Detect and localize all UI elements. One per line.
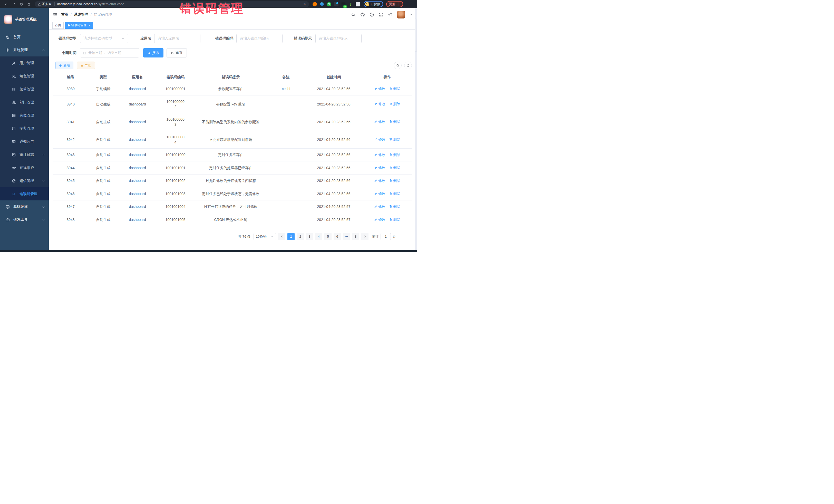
- sidebar-item-user-management[interactable]: 用户管理: [0, 57, 49, 69]
- delete-link[interactable]: 删除: [389, 152, 400, 157]
- edit-link[interactable]: 修改: [374, 165, 386, 170]
- goto-page-input[interactable]: 1: [380, 233, 391, 240]
- extensions-row: Von⚷: [312, 2, 360, 6]
- browser-menu-icon[interactable]: ⋮⋮: [397, 1, 400, 7]
- sidebar-item-audit-log[interactable]: 审计日志: [0, 148, 49, 161]
- sidebar-item-post-management[interactable]: 岗位管理: [0, 109, 49, 122]
- page-button-3[interactable]: 3: [306, 233, 313, 240]
- prev-page-button[interactable]: [278, 233, 285, 240]
- v-icon[interactable]: V: [327, 2, 331, 6]
- user-avatar[interactable]: [397, 11, 405, 19]
- edit-link[interactable]: 修改: [374, 119, 386, 124]
- edit-link[interactable]: 修改: [374, 217, 386, 222]
- delete-link[interactable]: 删除: [389, 119, 400, 124]
- address-bar[interactable]: 不安全 dashboard.yudao.iocoder.cn/system/er…: [35, 1, 309, 7]
- column-header: 错误码编码: [156, 72, 195, 82]
- page-button-4[interactable]: 4: [315, 233, 322, 240]
- sidebar-item-notice[interactable]: 通知公告: [0, 135, 49, 148]
- export-button[interactable]: 导出: [77, 62, 95, 69]
- github-icon[interactable]: [360, 12, 365, 17]
- delete-link[interactable]: 删除: [389, 165, 400, 170]
- help-icon[interactable]: [370, 12, 374, 17]
- edit-link[interactable]: 修改: [374, 152, 386, 157]
- page-button-5[interactable]: 5: [324, 233, 332, 240]
- page-button-8[interactable]: 8: [352, 233, 359, 240]
- browser-forward-icon[interactable]: [12, 2, 16, 6]
- edit-link[interactable]: 修改: [374, 86, 386, 91]
- trash-icon: [389, 137, 392, 141]
- sidebar-item-menu-management[interactable]: 菜单管理: [0, 83, 49, 96]
- scrollbar-thumb[interactable]: [415, 19, 417, 52]
- sidebar-item-infrastructure[interactable]: 基础设施: [0, 200, 49, 213]
- sidebar-item-system-management[interactable]: 系统管理: [0, 44, 49, 57]
- browser-reload-icon[interactable]: [20, 2, 23, 6]
- create-time-range-picker[interactable]: 开始日期 - 结束日期: [80, 48, 139, 58]
- sidebar-item-role-management[interactable]: 角色管理: [0, 69, 49, 83]
- page-scrollbar[interactable]: [415, 8, 417, 250]
- bookmark-star-icon[interactable]: ☆: [303, 2, 306, 6]
- breadcrumb-system[interactable]: 系统管理: [74, 12, 88, 17]
- cell-app: dashboard: [119, 131, 156, 148]
- browser-update-button[interactable]: 更新 ⋮⋮: [386, 1, 403, 7]
- cell-remark: [267, 113, 305, 131]
- app-logo-row[interactable]: 芋道管理系统: [0, 8, 49, 31]
- sidebar-item-dept-management[interactable]: 部门管理: [0, 96, 49, 109]
- edit-link[interactable]: 修改: [374, 191, 386, 196]
- browser-home-icon[interactable]: [27, 2, 31, 6]
- pager-ellipsis[interactable]: •••: [343, 233, 350, 240]
- page-button-2[interactable]: 2: [297, 233, 304, 240]
- error-type-select[interactable]: 请选择错误码类型: [80, 34, 128, 43]
- refresh-table-button[interactable]: [404, 62, 412, 69]
- sidebar-item-sms-management[interactable]: 短信管理: [0, 174, 49, 187]
- grid-icon[interactable]: [334, 2, 338, 6]
- gem-icon[interactable]: [320, 2, 324, 6]
- avatar-caret-down-icon[interactable]: [410, 13, 413, 16]
- security-warning[interactable]: 不安全: [38, 2, 52, 6]
- sidebar-item-online-users[interactable]: 在线用户: [0, 161, 49, 174]
- adblock-icon[interactable]: [312, 2, 317, 6]
- fullscreen-icon[interactable]: [379, 12, 383, 17]
- delete-link[interactable]: 删除: [389, 178, 400, 183]
- font-size-icon[interactable]: [388, 12, 393, 17]
- reset-button[interactable]: 重置: [167, 48, 187, 58]
- error-hint-input[interactable]: 请输入错误码提示: [315, 34, 361, 43]
- page-button-6[interactable]: 6: [334, 233, 341, 240]
- delete-link[interactable]: 删除: [389, 191, 400, 196]
- column-header: 编号: [53, 72, 88, 82]
- column-header: 应用名: [119, 72, 156, 82]
- edit-link[interactable]: 修改: [374, 178, 386, 183]
- cell-remark: [267, 200, 305, 213]
- breadcrumb-home[interactable]: 首页: [61, 12, 68, 17]
- close-tab-icon[interactable]: ×: [88, 23, 90, 27]
- delete-link[interactable]: 删除: [389, 101, 400, 107]
- browser-back-icon[interactable]: [5, 2, 8, 6]
- edit-link[interactable]: 修改: [374, 137, 386, 142]
- sidebar-item-home[interactable]: 首页: [0, 31, 49, 44]
- page-button-1[interactable]: 1: [287, 233, 294, 240]
- delete-link[interactable]: 删除: [389, 86, 400, 91]
- add-button[interactable]: 新增: [56, 62, 73, 69]
- delete-link[interactable]: 删除: [389, 204, 400, 209]
- next-page-button[interactable]: [361, 233, 369, 240]
- puzzle-icon[interactable]: [356, 2, 360, 6]
- edit-link[interactable]: 修改: [374, 204, 386, 209]
- sidebar-item-dev-tools[interactable]: 研发工具: [0, 213, 49, 226]
- sidebar-item-dict-management[interactable]: 字典管理: [0, 122, 49, 135]
- tab-错误码管理[interactable]: 错误码管理×: [65, 22, 93, 29]
- app-name-input[interactable]: 请输入应用名: [154, 34, 200, 43]
- hamburger-icon[interactable]: [53, 12, 58, 17]
- list-on-icon[interactable]: on: [341, 2, 346, 6]
- sidebar-item-error-code-management[interactable]: 错误码管理: [0, 187, 49, 200]
- delete-link[interactable]: 删除: [389, 137, 400, 142]
- tab-首页[interactable]: 首页: [52, 22, 64, 29]
- edit-link[interactable]: 修改: [374, 101, 386, 107]
- page-size-select[interactable]: 10条/页: [254, 233, 276, 240]
- key-icon[interactable]: ⚷: [349, 2, 353, 6]
- cell-time: 2021-04-20 23:52:56: [305, 131, 362, 148]
- search-button[interactable]: 搜索: [143, 48, 163, 58]
- error-code-input[interactable]: 请输入错误码编码: [236, 34, 283, 43]
- delete-link[interactable]: 删除: [389, 217, 400, 222]
- paused-extension-badge[interactable]: 已暂停: [364, 1, 383, 7]
- header-search-icon[interactable]: [351, 12, 356, 17]
- toggle-search-button[interactable]: [394, 62, 402, 69]
